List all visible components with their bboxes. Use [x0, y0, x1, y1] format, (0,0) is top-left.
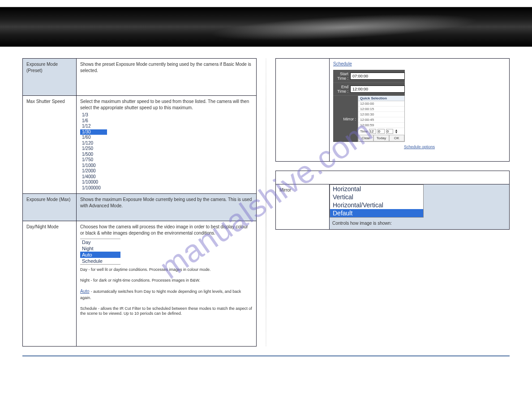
shutter-item[interactable]: 1/750 — [80, 157, 107, 163]
clear-button[interactable]: Clear — [358, 135, 373, 141]
quick-selection-panel: Quick Selection 12:00:00 12:00:15 12:00:… — [358, 96, 405, 142]
mirror-item[interactable]: Horizontal — [330, 185, 423, 193]
schedule-link[interactable]: Schedule — [333, 61, 506, 66]
mirror-item-selected[interactable]: Default — [330, 209, 423, 217]
end-time-label: End Time : — [333, 83, 350, 95]
footer-rule — [22, 355, 510, 356]
schedule-caption: Schedule options — [333, 145, 506, 149]
content-exposure-max: Shows the maximum Exposure Mode currentl… — [77, 194, 257, 221]
header-banner — [0, 7, 532, 47]
mirror-label-cell: Mirror — [276, 184, 330, 230]
page-content: manualshive.com Exposure Mode (Preset) S… — [0, 47, 532, 351]
left-panel: Exposure Mode (Preset) Shows the preset … — [22, 58, 257, 347]
qs-item[interactable]: 12:00:45 — [358, 117, 404, 123]
row-daynight: Day/Night Mode Chooses how the camera wi… — [23, 221, 257, 347]
qs-s[interactable] — [386, 129, 393, 134]
schedule-content: Schedule Start Time : End Time : — [330, 59, 510, 162]
shutter-item[interactable]: 1/10000 — [80, 180, 107, 185]
time-widget: Start Time : End Time : Mirror : — [333, 70, 405, 142]
mirror-panel: Mirror Horizontal Vertical Horizontal/Ve… — [275, 171, 510, 230]
auto-link[interactable]: Auto — [80, 289, 90, 294]
qs-time-label: Time — [360, 129, 368, 133]
shutter-item[interactable]: 1/1000 — [80, 163, 107, 169]
schedule-panel: Schedule Start Time : End Time : — [275, 58, 510, 162]
ok-button[interactable]: OK — [389, 135, 404, 141]
right-column: Schedule Start Time : End Time : — [275, 58, 510, 347]
mirror-content: Horizontal Vertical Horizontal/Vertical … — [330, 184, 510, 230]
shutter-item[interactable]: 1/250 — [80, 146, 107, 152]
row-exposure-preset: Exposure Mode (Preset) Shows the preset … — [23, 59, 257, 96]
content-exposure-preset: Shows the preset Exposure Mode currently… — [77, 59, 257, 96]
daynight-item[interactable]: Night — [80, 245, 120, 252]
qs-item[interactable]: 12:00:00 — [358, 101, 404, 107]
qs-title: Quick Selection — [358, 96, 404, 101]
mirror-header — [276, 171, 510, 184]
qs-item[interactable]: 12:00:15 — [358, 107, 404, 112]
shutter-item[interactable]: 1/3 — [80, 112, 107, 118]
shutter-item[interactable]: 1/4000 — [80, 174, 107, 180]
mirror-item[interactable]: Horizontal/Vertical — [330, 201, 423, 209]
daynight-item[interactable]: Day — [80, 239, 120, 245]
content-daynight: Chooses how the camera will process the … — [77, 221, 257, 347]
row-max-shutter: Max Shutter Speed Select the maximum shu… — [23, 96, 257, 194]
schedule-label-cell — [276, 59, 330, 162]
label-exposure-max: Exposure Mode (Max) — [23, 194, 77, 221]
start-time-label: Start Time : — [333, 70, 350, 82]
shutter-item[interactable]: 1/2000 — [80, 168, 107, 174]
shutter-item[interactable]: 1/100000 — [80, 185, 107, 191]
shutter-list[interactable]: 1/3 1/6 1/12 1/30 1/60 1/120 1/250 1/500… — [80, 112, 107, 191]
daynight-list[interactable]: Day Night Auto Schedule — [80, 239, 120, 265]
content-max-shutter: Select the maximum shutter speed to be u… — [77, 96, 257, 194]
today-button[interactable]: Today — [373, 135, 389, 141]
daynight-item[interactable]: Schedule — [80, 258, 120, 264]
end-time-input[interactable] — [350, 86, 405, 93]
start-time-input[interactable] — [350, 73, 405, 80]
label-daynight: Day/Night Mode — [23, 221, 77, 347]
shutter-item[interactable]: 1/60 — [80, 135, 107, 141]
left-column: Exposure Mode (Preset) Shows the preset … — [22, 58, 257, 347]
shutter-item[interactable]: 1/120 — [80, 141, 107, 146]
spinner-icon[interactable]: ▲▼ — [395, 129, 398, 133]
shutter-item[interactable]: 1/6 — [80, 118, 107, 124]
column-divider — [266, 58, 266, 347]
qs-item[interactable]: 12:00:30 — [358, 112, 404, 117]
shutter-item[interactable]: 1/12 — [80, 124, 107, 129]
shutter-item-selected[interactable]: 1/30 — [80, 129, 107, 135]
row-exposure-max: Exposure Mode (Max) Shows the maximum Ex… — [23, 194, 257, 221]
mirror-list[interactable]: Horizontal Vertical Horizontal/Vertical … — [330, 184, 424, 218]
label-exposure-preset: Exposure Mode (Preset) — [23, 59, 77, 96]
daynight-item-selected[interactable]: Auto — [80, 252, 120, 258]
label-max-shutter: Max Shutter Speed — [23, 96, 77, 194]
qs-h[interactable] — [369, 129, 376, 134]
qs-m[interactable] — [378, 129, 385, 134]
shutter-item[interactable]: 1/500 — [80, 152, 107, 158]
mirror-row-label: Mirror : — [333, 115, 358, 123]
mirror-item[interactable]: Vertical — [330, 193, 423, 201]
qs-item[interactable]: 12:00:59 — [358, 123, 404, 128]
